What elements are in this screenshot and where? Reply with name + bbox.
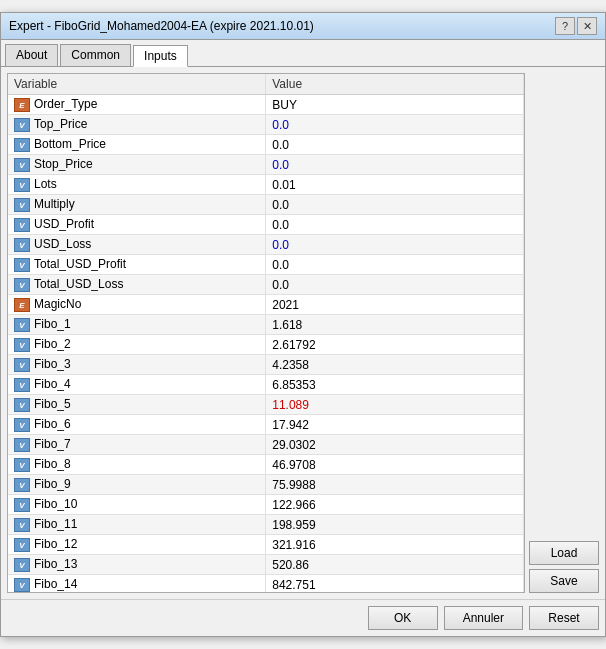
var-name-label: Fibo_10 (34, 497, 77, 511)
close-button[interactable]: ✕ (577, 17, 597, 35)
annuler-button[interactable]: Annuler (444, 606, 523, 630)
table-row[interactable]: VFibo_10122.966 (8, 495, 524, 515)
table-row[interactable]: VBottom_Price0.0 (8, 135, 524, 155)
var-icon: V (14, 158, 30, 172)
val-cell: 0.0 (266, 235, 524, 255)
tab-bar: About Common Inputs (1, 40, 605, 67)
header-variable: Variable (8, 74, 266, 95)
table-row[interactable]: VFibo_11198.959 (8, 515, 524, 535)
table-row[interactable]: VFibo_975.9988 (8, 475, 524, 495)
var-name-label: Stop_Price (34, 157, 93, 171)
window-title: Expert - FiboGrid_Mohamed2004-EA (expire… (9, 19, 314, 33)
val-cell: 0.01 (266, 175, 524, 195)
var-cell: VTotal_USD_Loss (8, 275, 266, 295)
table-row[interactable]: VFibo_46.85353 (8, 375, 524, 395)
table-row[interactable]: VTotal_USD_Profit0.0 (8, 255, 524, 275)
table-row[interactable]: EOrder_TypeBUY (8, 95, 524, 115)
table-row[interactable]: VFibo_14842.751 (8, 575, 524, 594)
table-row[interactable]: VUSD_Loss0.0 (8, 235, 524, 255)
val-cell: 122.966 (266, 495, 524, 515)
var-icon: V (14, 578, 30, 592)
table-row[interactable]: VStop_Price0.0 (8, 155, 524, 175)
var-name-label: Fibo_6 (34, 417, 71, 431)
val-cell: BUY (266, 95, 524, 115)
var-cell: EOrder_Type (8, 95, 266, 115)
var-icon: V (14, 178, 30, 192)
inputs-table: Variable Value EOrder_TypeBUYVTop_Price0… (8, 74, 524, 593)
table-row[interactable]: VFibo_34.2358 (8, 355, 524, 375)
val-cell: 11.089 (266, 395, 524, 415)
table-row[interactable]: VTotal_USD_Loss0.0 (8, 275, 524, 295)
var-icon: V (14, 318, 30, 332)
tab-common[interactable]: Common (60, 44, 131, 66)
table-row[interactable]: VFibo_729.0302 (8, 435, 524, 455)
var-cell: VTotal_USD_Profit (8, 255, 266, 275)
table-row[interactable]: VTop_Price0.0 (8, 115, 524, 135)
var-cell: VFibo_13 (8, 555, 266, 575)
table-row[interactable]: VFibo_13520.86 (8, 555, 524, 575)
var-icon: V (14, 238, 30, 252)
inputs-table-container[interactable]: Variable Value EOrder_TypeBUYVTop_Price0… (7, 73, 525, 593)
var-name-label: Fibo_1 (34, 317, 71, 331)
val-cell: 0.0 (266, 135, 524, 155)
val-cell: 520.86 (266, 555, 524, 575)
tab-about[interactable]: About (5, 44, 58, 66)
table-row[interactable]: VFibo_22.61792 (8, 335, 524, 355)
var-name-label: Multiply (34, 197, 75, 211)
var-cell: VFibo_6 (8, 415, 266, 435)
val-cell: 29.0302 (266, 435, 524, 455)
val-cell: 0.0 (266, 275, 524, 295)
var-cell: VTop_Price (8, 115, 266, 135)
table-header-row: Variable Value (8, 74, 524, 95)
table-row[interactable]: VFibo_12321.916 (8, 535, 524, 555)
val-cell: 842.751 (266, 575, 524, 594)
help-button[interactable]: ? (555, 17, 575, 35)
table-row[interactable]: VFibo_11.618 (8, 315, 524, 335)
val-cell: 46.9708 (266, 455, 524, 475)
var-cell: VFibo_9 (8, 475, 266, 495)
main-window: Expert - FiboGrid_Mohamed2004-EA (expire… (0, 12, 606, 637)
var-cell: VFibo_2 (8, 335, 266, 355)
var-cell: VFibo_3 (8, 355, 266, 375)
load-button[interactable]: Load (529, 541, 599, 565)
var-icon: V (14, 378, 30, 392)
var-name-label: Fibo_4 (34, 377, 71, 391)
table-row[interactable]: VFibo_846.9708 (8, 455, 524, 475)
var-cell: VFibo_7 (8, 435, 266, 455)
var-name-label: Total_USD_Profit (34, 257, 126, 271)
tab-inputs[interactable]: Inputs (133, 45, 188, 67)
val-cell: 198.959 (266, 515, 524, 535)
table-row[interactable]: VFibo_511.089 (8, 395, 524, 415)
save-button[interactable]: Save (529, 569, 599, 593)
ok-button[interactable]: OK (368, 606, 438, 630)
var-icon: V (14, 538, 30, 552)
var-name-label: USD_Loss (34, 237, 91, 251)
var-cell: VFibo_12 (8, 535, 266, 555)
var-icon: V (14, 138, 30, 152)
var-cell: VFibo_10 (8, 495, 266, 515)
var-name-label: Lots (34, 177, 57, 191)
var-name-label: Order_Type (34, 97, 97, 111)
table-row[interactable]: VFibo_617.942 (8, 415, 524, 435)
table-row[interactable]: VMultiply0.0 (8, 195, 524, 215)
var-cell: VUSD_Loss (8, 235, 266, 255)
table-row[interactable]: VLots0.01 (8, 175, 524, 195)
content-area: Variable Value EOrder_TypeBUYVTop_Price0… (1, 67, 605, 599)
header-value: Value (266, 74, 524, 95)
val-cell: 0.0 (266, 115, 524, 135)
reset-button[interactable]: Reset (529, 606, 599, 630)
table-row[interactable]: VUSD_Profit0.0 (8, 215, 524, 235)
table-row[interactable]: EMagicNo2021 (8, 295, 524, 315)
var-icon: V (14, 498, 30, 512)
val-cell: 75.9988 (266, 475, 524, 495)
main-layout: Variable Value EOrder_TypeBUYVTop_Price0… (7, 73, 599, 593)
var-icon: V (14, 458, 30, 472)
var-icon: V (14, 198, 30, 212)
var-cell: VFibo_8 (8, 455, 266, 475)
enum-icon: E (14, 298, 30, 312)
var-name-label: Total_USD_Loss (34, 277, 123, 291)
val-cell: 4.2358 (266, 355, 524, 375)
var-icon: V (14, 518, 30, 532)
title-bar: Expert - FiboGrid_Mohamed2004-EA (expire… (1, 13, 605, 40)
var-name-label: Fibo_13 (34, 557, 77, 571)
